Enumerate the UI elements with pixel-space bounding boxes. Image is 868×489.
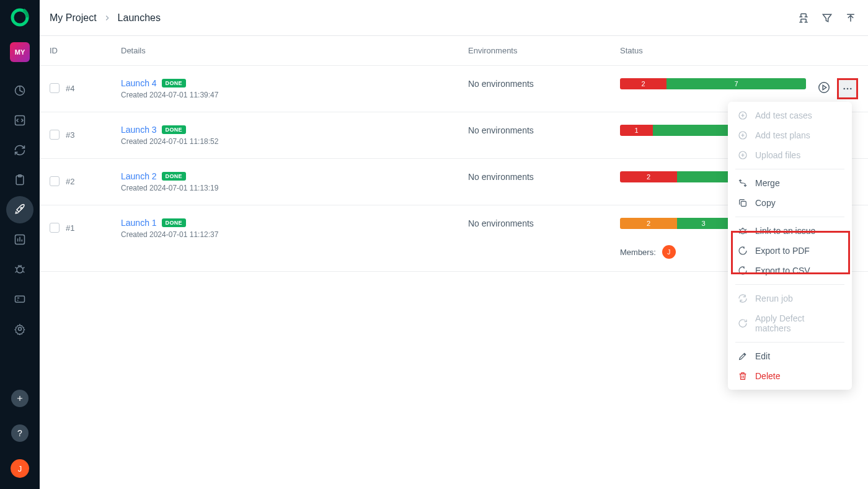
status-bar[interactable]: 23 [620, 218, 730, 229]
add-button[interactable] [11, 390, 29, 407]
status-segment: 2 [620, 78, 666, 89]
row-id: #2 [66, 177, 74, 186]
upload-icon[interactable] [843, 11, 858, 25]
svg-point-18 [740, 229, 745, 234]
status-badge: DONE [162, 218, 186, 227]
status-bar[interactable]: 2 [620, 171, 730, 182]
play-icon[interactable] [817, 81, 831, 97]
row-id: #3 [66, 130, 74, 140]
breadcrumb-page: Launches [118, 12, 161, 24]
menu-add-cases[interactable]: Add test cases [728, 105, 852, 125]
member-avatar[interactable]: J [662, 245, 676, 259]
status-badge: DONE [162, 172, 186, 181]
menu-export-pdf[interactable]: Export to PDF [728, 241, 852, 261]
launch-link[interactable]: Launch 3 [121, 125, 157, 135]
breadcrumb: My Project Launches [50, 12, 161, 24]
status-bar[interactable]: 27 [620, 78, 806, 89]
status-segment: 3 [677, 218, 730, 229]
chevron-right-icon [103, 14, 112, 22]
compare-icon[interactable] [796, 11, 811, 25]
env-text: No environments [468, 218, 534, 228]
status-segment [653, 125, 730, 136]
launch-link[interactable]: Launch 1 [121, 218, 157, 228]
svg-rect-17 [741, 201, 746, 206]
row-checkbox[interactable] [50, 223, 60, 233]
status-segment: 2 [620, 171, 677, 182]
status-segment: 2 [620, 218, 677, 229]
nav-dashboard[interactable] [6, 77, 33, 104]
row-checkbox[interactable] [50, 176, 60, 186]
status-badge: DONE [162, 79, 186, 87]
menu-copy[interactable]: Copy [728, 193, 852, 213]
row-id: #1 [66, 223, 74, 233]
menu-add-plans[interactable]: Add test plans [728, 125, 852, 145]
launch-link[interactable]: Launch 4 [121, 78, 157, 88]
svg-point-5 [20, 207, 22, 209]
svg-point-12 [847, 88, 849, 90]
row-checkbox[interactable] [50, 130, 60, 140]
nav-code[interactable] [6, 107, 33, 134]
svg-point-10 [819, 83, 830, 93]
project-badge[interactable]: MY [10, 42, 30, 62]
main: My Project Launches ID Details Environme… [40, 0, 868, 489]
nav-widgets[interactable] [6, 285, 33, 313]
menu-merge[interactable]: Merge [728, 173, 852, 193]
created-timestamp: Created 2024-07-01 11:12:37 [121, 230, 468, 239]
status-badge: DONE [162, 125, 186, 134]
header: My Project Launches [40, 0, 868, 36]
row-checkbox[interactable] [50, 83, 60, 93]
env-text: No environments [468, 79, 534, 89]
menu-edit[interactable]: Edit [728, 346, 852, 366]
filter-icon[interactable] [820, 11, 835, 25]
env-text: No environments [468, 172, 534, 182]
members-label: Members: [620, 248, 656, 257]
status-segment: 1 [620, 125, 653, 136]
sidebar: MY ? J [0, 0, 40, 489]
created-timestamp: Created 2024-07-01 11:39:47 [121, 91, 468, 99]
table-header: ID Details Environments Status [40, 36, 868, 66]
svg-point-7 [17, 267, 23, 273]
col-header-id: ID [50, 46, 121, 55]
col-header-env: Environments [468, 46, 620, 55]
status-bar[interactable]: 1 [620, 125, 730, 136]
menu-export-csv[interactable]: Export to CSV [728, 261, 852, 280]
breadcrumb-project[interactable]: My Project [50, 12, 97, 24]
context-menu: Add test cases Add test plans Upload fil… [728, 102, 852, 390]
svg-rect-8 [16, 296, 25, 302]
help-button[interactable]: ? [11, 424, 29, 442]
logo[interactable] [10, 7, 30, 27]
menu-upload[interactable]: Upload files [728, 145, 852, 165]
svg-point-9 [19, 328, 22, 331]
col-header-details: Details [121, 46, 468, 55]
created-timestamp: Created 2024-07-01 11:18:52 [121, 137, 468, 146]
nav-sync[interactable] [6, 137, 33, 164]
menu-defect[interactable]: Apply Defect matchers [728, 308, 852, 338]
env-text: No environments [468, 125, 534, 135]
launch-link[interactable]: Launch 2 [121, 171, 157, 181]
menu-delete[interactable]: Delete [728, 366, 852, 386]
status-segment [677, 171, 730, 182]
row-id: #4 [66, 84, 74, 93]
col-header-status: Status [620, 46, 858, 55]
menu-link-issue[interactable]: Link to an issue [728, 221, 852, 241]
menu-rerun[interactable]: Rerun job [728, 289, 852, 308]
nav-launches[interactable] [6, 196, 33, 223]
nav-clipboard[interactable] [6, 166, 33, 194]
more-button[interactable] [837, 78, 858, 99]
svg-point-11 [843, 88, 845, 90]
created-timestamp: Created 2024-07-01 11:13:19 [121, 184, 468, 192]
status-segment: 7 [666, 78, 806, 89]
user-avatar[interactable]: J [11, 459, 29, 478]
nav-settings[interactable] [6, 315, 33, 343]
nav-analytics[interactable] [6, 226, 33, 253]
svg-point-13 [850, 88, 852, 90]
nav-bug[interactable] [6, 256, 33, 283]
